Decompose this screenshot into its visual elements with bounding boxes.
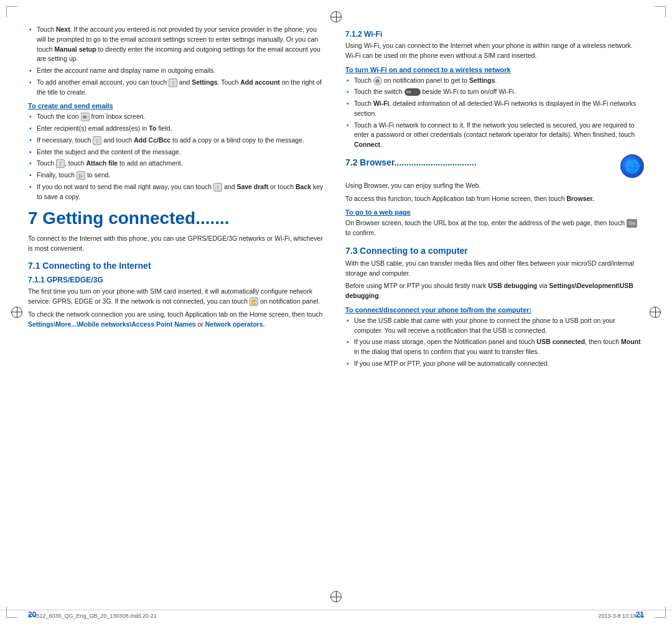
- list-item: If you use MTP or PTP, your phone will b…: [345, 359, 644, 369]
- browser-icon: 🌐: [620, 154, 644, 178]
- browser-intro: Using Browser, you can enjoy surfing the…: [345, 181, 644, 191]
- list-item: Enter recipient(s) email address(es) in …: [28, 124, 327, 134]
- create-bullets: Touch the icon ✉ from Inbox screen. Ente…: [28, 112, 327, 202]
- corner-mark-tl: [6, 6, 17, 17]
- browser-subsection-heading: To go to a web page: [345, 208, 644, 216]
- menu-icon-4: ⋮: [213, 183, 222, 192]
- corner-mark-tr: [655, 6, 666, 17]
- section-72-heading: 7.2 Browser.............................…: [345, 157, 644, 178]
- page: Touch Next. If the account you entered i…: [0, 0, 672, 624]
- list-item: Touch ⋮, touch Attach file to add an att…: [28, 159, 327, 169]
- settings-cog-icon: ⚙: [373, 77, 382, 85]
- computer-subsection-heading: To connect/disconnect your phone to/from…: [345, 306, 644, 314]
- list-item: Touch the icon ✉ from Inbox screen.: [28, 112, 327, 122]
- wifi-intro: Using Wi-Fi, you can connect to the Inte…: [345, 41, 644, 61]
- subsection-711-heading: 7.1.1 GPRS/EDGE/3G: [28, 276, 327, 284]
- footer-right: 2013-3-8 10:18:25: [598, 613, 644, 619]
- footer-left: IP4512_6030_QG_Eng_GB_20_130308.indd 20-…: [28, 613, 157, 619]
- list-item: Use the USB cable that came with your ph…: [345, 316, 644, 336]
- menu-icon-2: ⋮: [93, 136, 101, 145]
- compose-icon: ✉: [81, 113, 90, 121]
- chapter-heading: 7 Getting connected.......: [28, 208, 327, 229]
- section-72-label: 7.2 Browser.............................…: [345, 157, 615, 167]
- compass-top-icon: [330, 11, 342, 22]
- network-icon: 📶: [250, 297, 258, 306]
- list-item: To add another email account, you can to…: [28, 78, 327, 98]
- section-71-heading: 7.1 Connecting to the Internet: [28, 261, 327, 271]
- list-item: If necessary, touch ⋮ and touch Add Cc/B…: [28, 136, 327, 146]
- list-item: Enter the account name and display name …: [28, 66, 327, 76]
- computer-bullets: Use the USB cable that came with your ph…: [345, 316, 644, 369]
- right-column: 7.1.2 Wi-Fi Using Wi-Fi, you can connect…: [345, 25, 644, 562]
- chapter-number: 7: [28, 208, 38, 228]
- browser-webpage-para: On Browser screen, touch the URL box at …: [345, 218, 644, 238]
- menu-icon: ⋮: [169, 78, 177, 87]
- section-73-heading: 7.3 Connecting to a computer: [345, 246, 644, 256]
- chapter-title: Getting connected.......: [42, 208, 229, 228]
- content-columns: Touch Next. If the account you entered i…: [0, 0, 672, 593]
- network-operators: Network operators.: [205, 320, 265, 328]
- wifi-bullets: Touch ⚙ on notification panel to get to …: [345, 76, 644, 150]
- go-button: Go: [627, 219, 637, 228]
- gprs-para2: To check the network connection you are …: [28, 310, 327, 330]
- list-item: Touch a Wi-Fi network to connect to it. …: [345, 121, 644, 150]
- settings-path: Settings\More...\Mobile networks\Access …: [28, 320, 196, 328]
- compass-left-icon: [11, 307, 22, 318]
- list-item: Enter the subject and the content of the…: [28, 147, 327, 157]
- send-icon: ▷: [77, 171, 85, 180]
- create-send-heading: To create and send emails: [28, 102, 327, 109]
- computer-para1: With the USB cable, you can transfer med…: [345, 259, 644, 279]
- wifi-subsection-heading: To turn Wi-Fi on and connect to a wirele…: [345, 66, 644, 73]
- list-item: Touch the switch on beside Wi-Fi to turn…: [345, 87, 644, 97]
- list-item: Finally, touch ▷ to send.: [28, 170, 327, 180]
- intro-bullets: Touch Next. If the account you entered i…: [28, 25, 327, 97]
- list-item: If you do not want to send the mail righ…: [28, 182, 327, 202]
- list-item: Touch Next. If the account you entered i…: [28, 25, 327, 64]
- computer-para2: Before using MTP or PTP you should first…: [345, 281, 644, 301]
- subsection-712-heading: 7.1.2 Wi-Fi: [345, 30, 644, 39]
- left-column: Touch Next. If the account you entered i…: [28, 25, 327, 562]
- menu-icon-3: ⋮: [56, 159, 65, 168]
- compass-right-icon: [650, 307, 661, 318]
- gprs-para1: The first time you turn on your phone wi…: [28, 287, 327, 307]
- chapter-intro: To connect to the Internet with this pho…: [28, 234, 327, 254]
- list-item: Touch ⚙ on notification panel to get to …: [345, 76, 644, 86]
- compass-bottom-icon: [330, 591, 342, 602]
- list-item: Touch Wi-Fi, detailed information of all…: [345, 99, 644, 119]
- browser-para: To access this function, touch Applicati…: [345, 194, 644, 204]
- switch-icon: on: [404, 88, 421, 96]
- footer: IP4512_6030_QG_Eng_GB_20_130308.indd 20-…: [0, 610, 672, 619]
- list-item: If you use mass storage, open the Notifi…: [345, 337, 644, 357]
